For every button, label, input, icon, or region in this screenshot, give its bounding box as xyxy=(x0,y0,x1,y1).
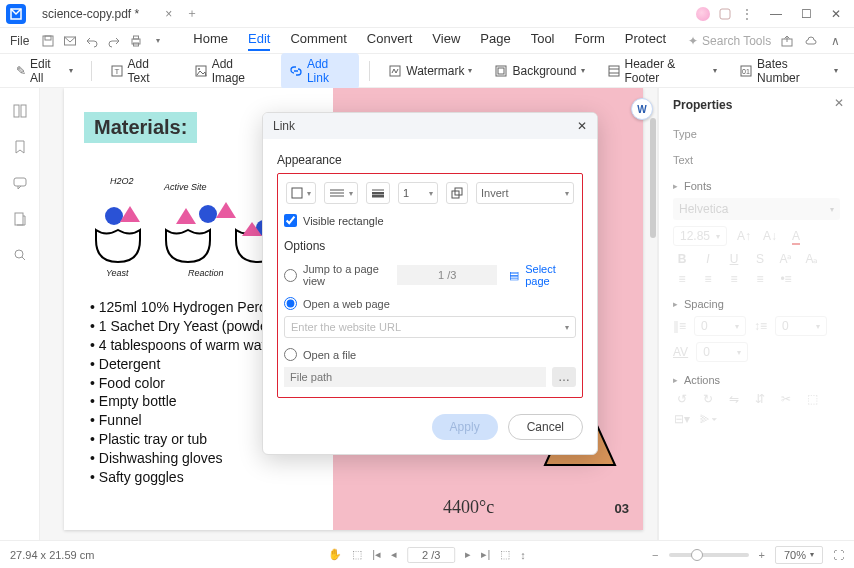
superscript-icon[interactable]: Aᵃ xyxy=(777,252,795,266)
open-file-option[interactable]: Open a file xyxy=(284,348,576,361)
bold-icon[interactable]: B xyxy=(673,252,691,266)
bookmarks-icon[interactable] xyxy=(11,138,29,156)
align-justify-icon[interactable]: ≡ xyxy=(751,272,769,286)
vertical-scrollbar[interactable] xyxy=(649,88,657,540)
kebab-icon[interactable]: ⋮ xyxy=(739,6,755,22)
menu-tool[interactable]: Tool xyxy=(531,31,555,51)
zoom-value[interactable]: 70%▾ xyxy=(775,546,823,564)
underline-icon[interactable]: U xyxy=(725,252,743,266)
attachments-icon[interactable] xyxy=(11,210,29,228)
new-tab-button[interactable]: ＋ xyxy=(186,5,198,22)
window-maximize[interactable]: ☐ xyxy=(794,7,818,21)
next-page-icon[interactable]: ▸ xyxy=(465,548,471,561)
align-tools-icon[interactable]: ⊟▾ xyxy=(673,412,691,426)
select-page-link[interactable]: Select page xyxy=(525,263,576,287)
first-page-icon[interactable]: |◂ xyxy=(372,548,381,561)
rotate-left-icon[interactable]: ↺ xyxy=(673,392,691,406)
file-menu[interactable]: File xyxy=(10,34,29,48)
quick-dropdown-icon[interactable]: ▾ xyxy=(149,32,167,50)
open-web-radio[interactable] xyxy=(284,297,297,310)
comments-icon[interactable] xyxy=(11,174,29,192)
notify-icon[interactable] xyxy=(717,6,733,22)
redo-icon[interactable] xyxy=(105,32,123,50)
browse-file-button[interactable]: … xyxy=(552,367,576,387)
thumbnails-icon[interactable] xyxy=(11,102,29,120)
select-page-icon[interactable]: ▤ xyxy=(509,269,519,282)
collapse-ribbon-icon[interactable]: ∧ xyxy=(826,32,844,50)
prev-page-icon[interactable]: ◂ xyxy=(391,548,397,561)
zoom-out-icon[interactable]: − xyxy=(652,549,658,561)
zoom-knob[interactable] xyxy=(691,549,703,561)
panel-close-icon[interactable]: ✕ xyxy=(834,96,844,110)
open-file-radio[interactable] xyxy=(284,348,297,361)
fonts-section[interactable]: Fonts xyxy=(673,180,840,192)
watermark-button[interactable]: Watermark ▾ xyxy=(380,60,480,82)
menu-protect[interactable]: Protect xyxy=(625,31,666,51)
italic-icon[interactable]: I xyxy=(699,252,717,266)
zoom-in-icon[interactable]: + xyxy=(759,549,765,561)
file-path-input[interactable] xyxy=(284,367,546,387)
menu-page[interactable]: Page xyxy=(480,31,510,51)
cloud-icon[interactable] xyxy=(802,32,820,50)
align-left-icon[interactable]: ≡ xyxy=(673,272,691,286)
dialog-titlebar[interactable]: Link ✕ xyxy=(263,113,597,139)
background-button[interactable]: Background ▾ xyxy=(486,60,592,82)
font-color-icon[interactable]: A xyxy=(787,229,805,243)
search-icon[interactable] xyxy=(11,246,29,264)
char-spacing-input[interactable]: 0▾ xyxy=(696,342,748,362)
para-spacing-input[interactable]: 0▾ xyxy=(775,316,827,336)
font-size-input[interactable]: 12.85▾ xyxy=(673,226,727,246)
flip-h-icon[interactable]: ⇋ xyxy=(725,392,743,406)
premium-icon[interactable] xyxy=(695,6,711,22)
dialog-close-icon[interactable]: ✕ xyxy=(577,119,587,133)
print-icon[interactable] xyxy=(127,32,145,50)
line-spacing-input[interactable]: 0▾ xyxy=(694,316,746,336)
select-tool-icon[interactable]: ⬚ xyxy=(352,548,362,561)
page-indicator[interactable]: 2 /3 xyxy=(407,547,455,563)
spacing-section[interactable]: Spacing xyxy=(673,298,840,310)
add-image-button[interactable]: Add Image xyxy=(186,53,275,89)
line-weight-icon[interactable] xyxy=(366,182,390,204)
header-footer-button[interactable]: Header & Footer ▾ xyxy=(599,53,726,89)
web-url-input[interactable]: Enter the website URL ▾ xyxy=(284,316,576,338)
mail-icon[interactable] xyxy=(61,32,79,50)
extract-icon[interactable]: ⬚ xyxy=(803,392,821,406)
menu-home[interactable]: Home xyxy=(193,31,228,51)
distribute-icon[interactable]: ⫸▾ xyxy=(699,412,717,426)
last-page-icon[interactable]: ▸| xyxy=(481,548,490,561)
color-select[interactable] xyxy=(446,182,468,204)
reflow-icon[interactable]: ↕ xyxy=(520,549,526,561)
visible-rectangle-checkbox[interactable]: Visible rectangle xyxy=(284,214,576,227)
align-center-icon[interactable]: ≡ xyxy=(699,272,717,286)
align-right-icon[interactable]: ≡ xyxy=(725,272,743,286)
open-web-option[interactable]: Open a web page xyxy=(284,297,576,310)
search-tools[interactable]: ✦ Search Tools xyxy=(688,34,771,48)
font-family-select[interactable]: Helvetica▾ xyxy=(673,198,840,220)
rotate-right-icon[interactable]: ↻ xyxy=(699,392,717,406)
visible-rect-input[interactable] xyxy=(284,214,297,227)
jump-page-radio[interactable] xyxy=(284,269,297,282)
crop-icon[interactable]: ✂ xyxy=(777,392,795,406)
document-tab[interactable]: science-copy.pdf * × xyxy=(34,3,180,25)
jump-page-field[interactable] xyxy=(397,265,497,285)
hand-tool-icon[interactable]: ✋ xyxy=(328,548,342,561)
bates-number-button[interactable]: 01 Bates Number ▾ xyxy=(731,53,846,89)
menu-edit[interactable]: Edit xyxy=(248,31,270,51)
menu-comment[interactable]: Comment xyxy=(290,31,346,51)
tab-close-icon[interactable]: × xyxy=(165,7,172,21)
window-close[interactable]: ✕ xyxy=(824,7,848,21)
apply-button[interactable]: Apply xyxy=(432,414,498,440)
border-style-select[interactable]: ▾ xyxy=(286,182,316,204)
line-style-select[interactable]: ▾ xyxy=(324,182,358,204)
cancel-button[interactable]: Cancel xyxy=(508,414,583,440)
decrease-font-icon[interactable]: A↓ xyxy=(761,229,779,243)
actions-section[interactable]: Actions xyxy=(673,374,840,386)
highlight-style-select[interactable]: Invert▾ xyxy=(476,182,574,204)
bullets-icon[interactable]: •≡ xyxy=(777,272,795,286)
zoom-slider[interactable] xyxy=(669,553,749,557)
save-icon[interactable] xyxy=(39,32,57,50)
jump-page-option[interactable]: Jump to a page view ▤ Select page xyxy=(284,263,576,287)
undo-icon[interactable] xyxy=(83,32,101,50)
fit-page-icon[interactable]: ⬚ xyxy=(500,548,510,561)
subscript-icon[interactable]: Aₐ xyxy=(803,252,821,266)
